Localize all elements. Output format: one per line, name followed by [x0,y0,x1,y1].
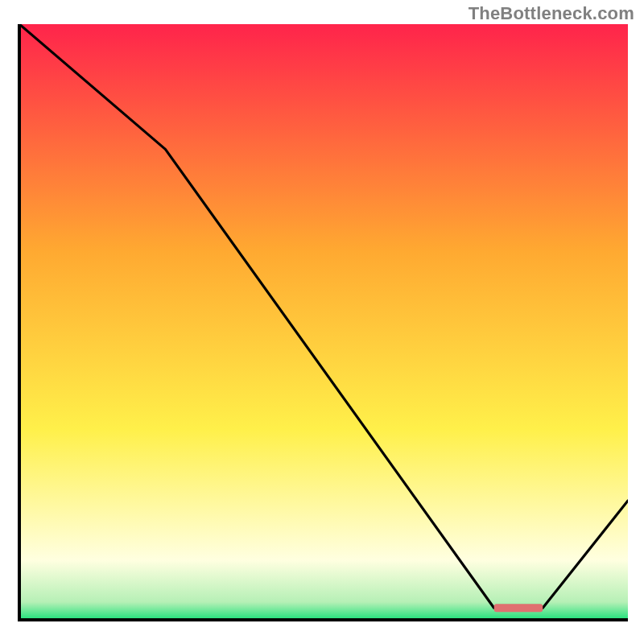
bottleneck-chart [0,0,644,644]
optimum-marker [494,604,543,612]
watermark-label: TheBottleneck.com [469,3,634,24]
plot-gradient [19,24,628,620]
